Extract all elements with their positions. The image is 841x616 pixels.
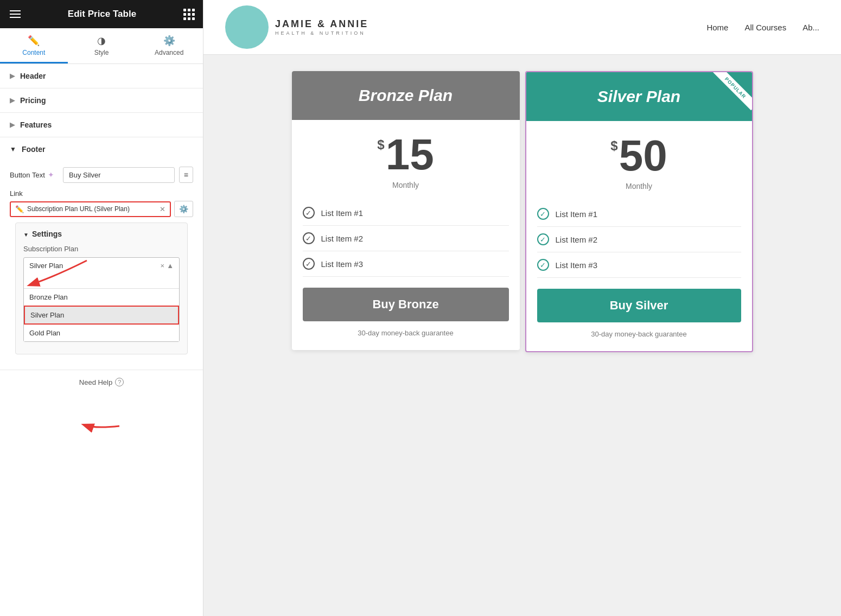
- logo-circle: [225, 5, 269, 49]
- bronze-guarantee: 30-day money-back guarantee: [303, 329, 509, 337]
- text-align-button[interactable]: ≡: [179, 167, 193, 183]
- panel-title: Edit Price Table: [68, 9, 136, 20]
- bronze-card-header: Bronze Plan: [292, 71, 520, 120]
- silver-price-period: Monthly: [537, 182, 741, 190]
- option-gold-plan[interactable]: Gold Plan: [24, 325, 179, 341]
- section-header[interactable]: Header: [0, 64, 203, 88]
- nav-courses[interactable]: All Courses: [744, 23, 786, 32]
- hamburger-icon[interactable]: [10, 10, 21, 18]
- silver-feature-3: ✓ List Item #3: [537, 252, 741, 278]
- bronze-feature-3: ✓ List Item #3: [303, 251, 509, 277]
- chevron-right-icon: [10, 97, 15, 104]
- section-pricing[interactable]: Pricing: [0, 88, 203, 113]
- silver-card-body: $ 50 Monthly ✓ List Item #1 ✓ List Item …: [526, 121, 752, 351]
- nav-about[interactable]: Ab...: [802, 23, 819, 32]
- close-link-icon[interactable]: ✕: [160, 205, 165, 213]
- silver-price-amount: $ 50: [610, 134, 667, 177]
- top-bar: Edit Price Table: [0, 0, 203, 28]
- bronze-dollar-sign: $: [377, 137, 384, 153]
- settings-panel: Settings Subscription Plan Silver Plan ×…: [15, 223, 188, 354]
- pencil-link-icon: ✏️: [15, 205, 24, 213]
- settings-chevron-icon: [23, 230, 29, 238]
- tab-content[interactable]: ✏️ Content: [0, 28, 68, 63]
- chevron-down-icon: [10, 145, 16, 153]
- button-text-field-row: Button Text ✦ ≡: [10, 167, 193, 183]
- left-panel: Edit Price Table ✏️ Content ◑ Style ⚙️ A…: [0, 0, 203, 616]
- bronze-price-number: 15: [386, 133, 434, 176]
- silver-dollar-sign: $: [610, 138, 617, 154]
- subscription-plan-select[interactable]: Silver Plan × ▲ Bronze Plan Silver Plan …: [23, 257, 180, 342]
- select-display[interactable]: Silver Plan × ▲: [24, 258, 179, 274]
- bronze-feature-list: ✓ List Item #1 ✓ List Item #2 ✓ List Ite…: [303, 200, 509, 277]
- price-card-bronze: Bronze Plan $ 15 Monthly ✓ List Item #1: [292, 71, 520, 350]
- dynamic-tag-icon: ✦: [48, 170, 54, 179]
- check-icon: ✓: [537, 233, 549, 245]
- tab-bar: ✏️ Content ◑ Style ⚙️ Advanced: [0, 28, 203, 64]
- logo-sub: HEALTH & NUTRITION: [275, 30, 368, 36]
- gear-icon: ⚙️: [163, 35, 175, 47]
- silver-price-number: 50: [619, 134, 667, 177]
- subscription-plan-label: Subscription Plan: [23, 245, 180, 253]
- tab-advanced[interactable]: ⚙️ Advanced: [135, 28, 203, 63]
- site-header: JAMIE & ANNIE HEALTH & NUTRITION Home Al…: [203, 0, 841, 55]
- select-arrow-icon: ▲: [167, 262, 174, 270]
- check-icon: ✓: [303, 232, 315, 244]
- silver-guarantee: 30-day money-back guarantee: [537, 330, 741, 338]
- bronze-card-body: $ 15 Monthly ✓ List Item #1 ✓ List Item …: [292, 120, 520, 350]
- bronze-plan-title: Bronze Plan: [303, 86, 509, 105]
- logo-text: JAMIE & ANNIE: [275, 18, 368, 30]
- right-content: JAMIE & ANNIE HEALTH & NUTRITION Home Al…: [203, 0, 841, 616]
- bronze-price-row: $ 15: [303, 133, 509, 176]
- grid-icon[interactable]: [183, 9, 193, 20]
- option-silver-plan[interactable]: Silver Plan: [24, 306, 179, 325]
- buy-bronze-button[interactable]: Buy Bronze: [303, 288, 509, 321]
- clear-select-icon[interactable]: ×: [161, 262, 165, 270]
- link-section: Link ✏️ Subscription Plan URL (Silver Pl…: [10, 189, 193, 217]
- link-label: Link: [10, 189, 193, 198]
- section-features[interactable]: Features: [0, 113, 203, 137]
- dropdown-options: Bronze Plan Silver Plan Gold Plan: [24, 289, 179, 341]
- silver-price-row: $ 50: [537, 134, 741, 177]
- dropdown-search-input[interactable]: [24, 274, 179, 289]
- nav-home[interactable]: Home: [706, 23, 728, 32]
- tab-style[interactable]: ◑ Style: [68, 28, 136, 63]
- chevron-right-icon: [10, 121, 15, 129]
- nav-links: Home All Courses Ab...: [706, 23, 819, 32]
- silver-feature-1: ✓ List Item #1: [537, 201, 741, 227]
- panel-body: Header Pricing Features Footer Button Te…: [0, 64, 203, 616]
- help-icon: ?: [115, 378, 124, 386]
- check-icon: ✓: [537, 259, 549, 271]
- buy-silver-button[interactable]: Buy Silver: [537, 289, 741, 322]
- option-bronze-plan[interactable]: Bronze Plan: [24, 289, 179, 306]
- link-settings-button[interactable]: ⚙️: [174, 201, 193, 217]
- check-icon: ✓: [303, 207, 315, 219]
- pricing-area: Bronze Plan $ 15 Monthly ✓ List Item #1: [203, 55, 841, 616]
- bronze-feature-1: ✓ List Item #1: [303, 200, 509, 226]
- logo-area: JAMIE & ANNIE HEALTH & NUTRITION: [225, 5, 368, 49]
- silver-card-header: Silver Plan: [526, 72, 752, 121]
- check-icon: ✓: [537, 208, 549, 220]
- bronze-feature-2: ✓ List Item #2: [303, 226, 509, 251]
- popular-badge: [703, 72, 752, 121]
- chevron-right-icon: [10, 72, 15, 80]
- button-text-label: Button Text ✦: [10, 170, 59, 179]
- style-icon: ◑: [97, 35, 106, 47]
- price-card-silver: Silver Plan $ 50 Monthly ✓ List Item #1: [525, 71, 753, 352]
- bronze-price-period: Monthly: [303, 181, 509, 189]
- need-help-row[interactable]: Need Help ?: [0, 370, 203, 394]
- section-footer-toggle[interactable]: Footer: [0, 137, 203, 161]
- settings-title: Settings: [23, 230, 180, 238]
- footer-content: Button Text ✦ ≡ Link ✏️ Subscription Pla…: [0, 161, 203, 370]
- logo-text-block: JAMIE & ANNIE HEALTH & NUTRITION: [275, 18, 368, 36]
- silver-feature-2: ✓ List Item #2: [537, 227, 741, 252]
- silver-feature-list: ✓ List Item #1 ✓ List Item #2 ✓ List Ite…: [537, 201, 741, 278]
- button-text-input[interactable]: [63, 167, 175, 183]
- bronze-price-amount: $ 15: [377, 133, 434, 176]
- link-tag[interactable]: ✏️ Subscription Plan URL (Silver Plan) ✕: [10, 201, 171, 217]
- footer-section: Footer Button Text ✦ ≡ Link: [0, 137, 203, 370]
- check-icon: ✓: [303, 258, 315, 270]
- pencil-icon: ✏️: [28, 35, 40, 47]
